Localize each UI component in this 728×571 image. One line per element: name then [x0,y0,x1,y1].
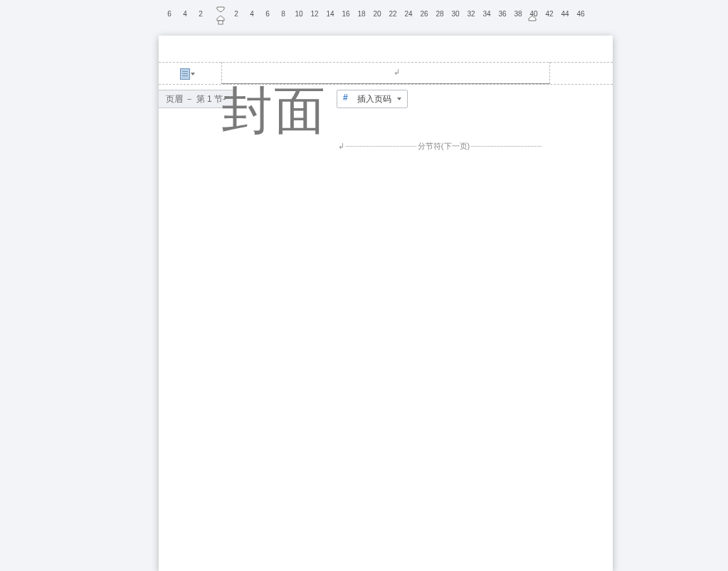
svg-marker-1 [217,16,224,21]
right-indent-marker[interactable] [528,15,537,21]
ruler-tick: 14 [326,10,334,18]
ruler-tick: 38 [514,10,522,18]
ruler-tick: 18 [357,10,365,18]
ruler-tick: 42 [545,10,553,18]
ruler-tick: 4 [183,10,187,18]
chevron-down-icon [191,73,195,75]
header-section-label: 页眉 － 第 1 节- [166,93,226,105]
section-break-indicator: ↲ 分节符(下一页) [338,141,542,151]
svg-rect-2 [218,21,223,24]
ruler-tick: 6 [265,10,270,18]
ruler-tick: 2 [199,10,203,18]
ruler-tick: 28 [436,10,443,18]
document-icon [180,68,190,80]
ruler-tick: 8 [281,10,285,18]
ruler-tick: 26 [420,10,428,18]
ruler-tick: 30 [451,10,459,18]
ruler-tick: 20 [373,10,381,18]
ruler-tick: 2 [234,10,238,18]
ruler-tick: 6 [167,10,172,18]
insert-page-number-button[interactable]: 插入页码 [337,90,408,108]
ruler-tick: 24 [404,10,412,18]
section-break-label: 分节符(下一页) [416,141,471,152]
ruler-tick: 10 [295,10,302,18]
ruler-tick: 4 [250,10,254,18]
document-page[interactable]: ↲ 页眉 － 第 1 节- 插入页码 封面 ↲ 分节符(下一页) [159,36,613,571]
svg-marker-3 [529,16,536,21]
header-area[interactable]: ↲ [221,62,550,84]
paragraph-mark-icon: ↲ [338,142,344,151]
ruler-tick: 22 [389,10,396,18]
first-line-indent-marker[interactable] [216,6,225,13]
paragraph-mark-icon: ↲ [394,68,400,77]
page-number-icon [343,94,353,104]
chevron-down-icon [397,98,401,100]
hanging-indent-marker[interactable] [216,15,225,25]
ruler-tick: 44 [561,10,569,18]
horizontal-ruler[interactable]: 6 4 2 2 4 6 8 10 12 14 16 18 20 22 24 26… [0,7,728,27]
ruler-tick: 36 [498,10,506,18]
ruler-tick: 12 [310,10,318,18]
ruler-tick: 34 [482,10,490,18]
ruler-tick: 46 [576,10,584,18]
ruler-tick: 16 [342,10,349,18]
svg-marker-0 [217,7,224,12]
header-settings-button[interactable] [180,67,200,81]
insert-page-number-label: 插入页码 [357,93,391,105]
document-title-text[interactable]: 封面 [221,85,327,137]
ruler-tick: 32 [467,10,475,18]
